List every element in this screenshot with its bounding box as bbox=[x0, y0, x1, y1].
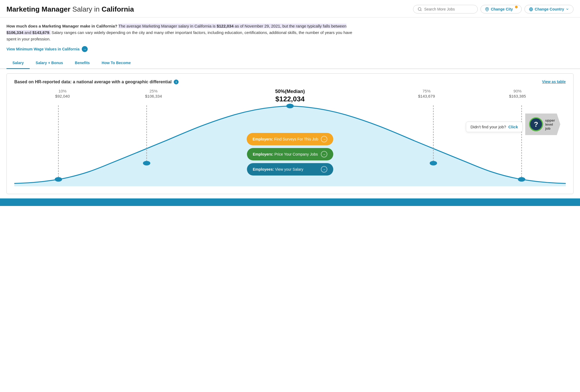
cta-employees-salary-button[interactable]: Employees: View your Salary → bbox=[247, 163, 333, 176]
pct-75-label: 75% bbox=[381, 89, 472, 93]
description-rest: Salary ranges can vary widely depending … bbox=[6, 30, 352, 41]
dot-50 bbox=[286, 104, 294, 108]
didnt-find-click-link[interactable]: Click bbox=[508, 125, 518, 129]
cta-price-label: Employers: Price Your Company Jobs bbox=[253, 152, 318, 156]
header-controls: Change City Change Country bbox=[413, 5, 574, 13]
cta-employers-surveys-button[interactable]: Employers: Find Surveys For This Job → bbox=[247, 133, 333, 145]
tabs-container: Salary Salary + Bonus Benefits How To Be… bbox=[0, 57, 580, 69]
chart-title: Based on HR-reported data: a national av… bbox=[14, 80, 566, 84]
didnt-find-text: Didn't find your job? bbox=[470, 125, 506, 129]
upper-level-text: upper level job bbox=[545, 118, 555, 130]
pct-50-label: 50%(Median) bbox=[199, 89, 381, 94]
cta-buttons-container: Employers: Find Surveys For This Job → E… bbox=[247, 133, 333, 176]
chart-title-text: Based on HR-reported data: a national av… bbox=[14, 80, 172, 84]
pct-10-label: 10% bbox=[17, 89, 108, 93]
chart-area: Didn't find your job? Click ? upper leve… bbox=[14, 105, 566, 186]
page-header: Marketing Manager Salary in California C… bbox=[0, 0, 580, 18]
min-wage-arrow-icon: → bbox=[82, 46, 88, 52]
description-question: How much does a Marketing Manager make i… bbox=[6, 24, 117, 28]
change-city-label: Change City bbox=[491, 7, 513, 11]
svg-point-2 bbox=[487, 8, 488, 9]
min-wage-link-text: View Minimum Wage Values in California bbox=[6, 47, 80, 51]
city-dot bbox=[515, 6, 518, 8]
percentile-10: 10% $92,040 bbox=[17, 89, 108, 103]
tab-salary-bonus[interactable]: Salary + Bonus bbox=[30, 57, 69, 69]
pct-50-value: $122,034 bbox=[199, 95, 381, 103]
cta-employers-price-button[interactable]: Employers: Price Your Company Jobs → bbox=[247, 148, 333, 160]
chevron-down-icon bbox=[566, 8, 569, 11]
tab-salary[interactable]: Salary bbox=[6, 57, 30, 69]
bottom-bar bbox=[0, 198, 580, 206]
pct-75-value: $143,679 bbox=[381, 94, 472, 98]
pct-90-label: 90% bbox=[472, 89, 563, 93]
cta-surveys-arrow-icon: → bbox=[321, 136, 327, 142]
percentile-25: 25% $106,334 bbox=[108, 89, 199, 103]
cta-salary-arrow-icon: → bbox=[321, 166, 327, 173]
percentile-row: 10% $92,040 25% $106,334 50%(Median) $12… bbox=[14, 89, 566, 103]
cta-surveys-label: Employers: Find Surveys For This Job bbox=[253, 137, 318, 141]
search-box[interactable] bbox=[413, 5, 478, 13]
change-country-label: Change Country bbox=[535, 7, 564, 11]
view-as-table-link[interactable]: View as table bbox=[542, 80, 566, 84]
description-section: How much does a Marketing Manager make i… bbox=[0, 18, 361, 55]
svg-line-1 bbox=[421, 10, 422, 11]
change-city-button[interactable]: Change City bbox=[480, 5, 522, 13]
pct-25-value: $106,334 bbox=[108, 94, 199, 98]
location-icon bbox=[485, 7, 489, 11]
dot-90 bbox=[518, 177, 525, 182]
min-wage-link[interactable]: View Minimum Wage Values in California → bbox=[6, 46, 355, 52]
question-mark-icon: ? bbox=[529, 117, 543, 131]
cta-price-arrow-icon: → bbox=[321, 151, 327, 157]
pct-25-label: 25% bbox=[108, 89, 199, 93]
info-icon[interactable]: i bbox=[174, 80, 179, 84]
page-title: Marketing Manager Salary in California bbox=[6, 5, 134, 13]
didnt-find-tooltip: Didn't find your job? Click bbox=[466, 122, 523, 132]
high-salary: $143,679 bbox=[32, 30, 49, 35]
globe-icon bbox=[529, 7, 533, 11]
description-paragraph: How much does a Marketing Manager make i… bbox=[6, 23, 355, 42]
dot-75 bbox=[430, 161, 437, 166]
percentile-50: 50%(Median) $122,034 bbox=[199, 89, 381, 103]
tab-benefits[interactable]: Benefits bbox=[69, 57, 96, 69]
upper-level-badge[interactable]: ? upper level job bbox=[525, 114, 560, 135]
chart-section: Based on HR-reported data: a national av… bbox=[6, 73, 574, 194]
search-icon bbox=[418, 7, 422, 11]
avg-salary: $122,034 bbox=[217, 24, 234, 28]
cta-salary-label: Employees: View your Salary bbox=[253, 167, 303, 171]
tab-how-to-become[interactable]: How To Become bbox=[96, 57, 137, 69]
pct-90-value: $163,385 bbox=[472, 94, 563, 98]
low-salary: $106,334 bbox=[6, 30, 23, 35]
percentile-75: 75% $143,679 bbox=[381, 89, 472, 103]
dot-25 bbox=[143, 161, 150, 166]
search-input[interactable] bbox=[424, 7, 473, 11]
change-country-button[interactable]: Change Country bbox=[524, 5, 574, 13]
percentile-90: 90% $163,385 bbox=[472, 89, 563, 103]
pct-10-value: $92,040 bbox=[17, 94, 108, 98]
dot-10 bbox=[55, 177, 62, 182]
